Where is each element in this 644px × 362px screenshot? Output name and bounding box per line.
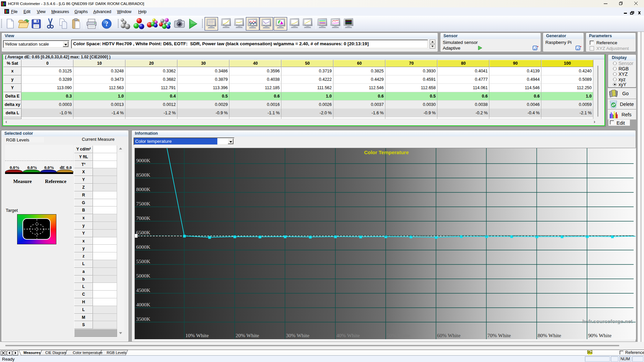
- svg-text:5000K: 5000K: [136, 273, 151, 279]
- svg-text:Color Temperature: Color Temperature: [364, 149, 409, 155]
- svg-text:7000K: 7000K: [136, 215, 151, 221]
- svg-text:20% White: 20% White: [236, 333, 259, 338]
- svg-text:RGB Levels: RGB Levels: [107, 351, 126, 355]
- svg-text:50% White: 50% White: [387, 333, 410, 338]
- svg-text:8000K: 8000K: [136, 186, 151, 192]
- svg-text:6500K: 6500K: [136, 230, 151, 235]
- svg-text:?: ?: [105, 20, 108, 27]
- svg-text:CIE Diagram: CIE Diagram: [45, 351, 66, 355]
- svg-text:Color temperature: Color temperature: [73, 351, 103, 355]
- svg-text:9000K: 9000K: [136, 158, 151, 163]
- svg-text:3500K: 3500K: [136, 316, 151, 322]
- svg-text:30% White: 30% White: [286, 333, 310, 338]
- svg-text:hcfr.sourceforge.net: hcfr.sourceforge.net: [582, 318, 633, 324]
- svg-text:60% White: 60% White: [437, 333, 461, 338]
- svg-text:8500K: 8500K: [136, 172, 151, 178]
- svg-text:6000K: 6000K: [136, 244, 151, 250]
- svg-text:Measures: Measures: [23, 351, 41, 355]
- svg-text:80% White: 80% White: [538, 333, 561, 338]
- svg-text:10% White: 10% White: [185, 333, 209, 338]
- svg-text:40% White: 40% White: [336, 333, 360, 338]
- svg-text:4500K: 4500K: [136, 287, 151, 293]
- svg-text:4000K: 4000K: [136, 302, 151, 307]
- svg-text:90% White: 90% White: [588, 333, 611, 338]
- svg-text:7500K: 7500K: [136, 201, 151, 206]
- svg-text:70% White: 70% White: [487, 333, 511, 338]
- svg-text:5500K: 5500K: [136, 258, 151, 264]
